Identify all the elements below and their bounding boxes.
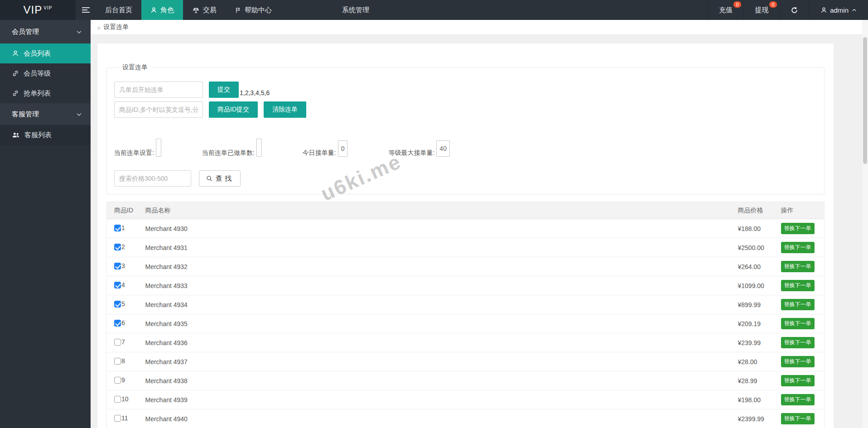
product-id: 5	[121, 300, 125, 308]
table-row: 10 Merchant 4939 ¥198.00 替换下一单	[107, 390, 825, 409]
nav-right: 充值 0 提现 0 admin	[708, 0, 868, 20]
nav-item-help-center[interactable]: 帮助中心	[226, 0, 281, 20]
table-row: 1 Merchant 4930 ¥188.00 替换下一单	[107, 219, 825, 238]
row-checkbox[interactable]: 6	[114, 319, 125, 327]
recharge-button[interactable]: 充值 0	[708, 0, 743, 20]
product-id-input[interactable]	[114, 101, 203, 118]
checkbox-icon	[114, 320, 121, 327]
user-menu[interactable]: admin	[809, 0, 868, 20]
product-id-row: 商品ID提交 清除连单	[114, 101, 817, 118]
price-search-input[interactable]	[114, 170, 191, 187]
row-checkbox[interactable]: 9	[114, 376, 125, 384]
replace-next-order-button[interactable]: 替换下一单	[781, 242, 815, 253]
clear-chain-button[interactable]: 清除连单	[264, 101, 306, 118]
product-id: 2	[121, 243, 125, 250]
checkbox-icon	[114, 225, 121, 231]
nav-item-system[interactable]: 系统管理	[333, 0, 378, 20]
replace-next-order-button[interactable]: 替换下一单	[781, 261, 815, 272]
stat-level-max-orders: 等级最大接单量: 40	[388, 140, 449, 157]
checkbox-icon	[114, 282, 121, 289]
sidebar-item-grab-order-list[interactable]: 抢单列表	[0, 83, 91, 103]
refresh-icon	[791, 6, 798, 14]
replace-next-order-button[interactable]: 替换下一单	[781, 337, 815, 348]
replace-next-order-button[interactable]: 替换下一单	[781, 318, 815, 329]
product-price: ¥239.99	[738, 333, 781, 352]
row-checkbox[interactable]: 8	[114, 357, 125, 365]
product-name: Merchant 4939	[145, 390, 738, 409]
nav-item-trade[interactable]: 交易	[183, 0, 226, 20]
replace-next-order-button[interactable]: 替换下一单	[781, 375, 815, 386]
table-row: 3 Merchant 4932 ¥264.00 替换下一单	[107, 257, 825, 276]
main-content: » 设置连单 设置连单 提交 1,2,3,4,5,6 商品ID提交 清除连单 当…	[91, 20, 868, 428]
row-checkbox[interactable]: 5	[114, 300, 125, 308]
header-action: 操作	[781, 202, 825, 219]
person-icon	[150, 7, 157, 14]
table-header-row: 商品ID 商品名称 商品价格 操作	[107, 202, 825, 219]
nav-menu: 后台首页 角色 交易 帮助中心 系统管理	[76, 0, 378, 20]
replace-next-order-button[interactable]: 替换下一单	[781, 394, 815, 405]
row-checkbox[interactable]: 2	[114, 243, 125, 250]
find-button[interactable]: 查找	[199, 170, 241, 187]
product-id-submit-button[interactable]: 商品ID提交	[209, 101, 258, 118]
nav-label: 帮助中心	[245, 6, 272, 14]
product-name: Merchant 4932	[145, 257, 738, 276]
nav-item-home[interactable]: 后台首页	[96, 0, 141, 20]
person-icon	[12, 50, 19, 57]
breadcrumb: » 设置连单	[91, 20, 868, 35]
checkbox-icon	[114, 396, 121, 403]
hamburger-icon[interactable]	[76, 0, 96, 20]
nav-item-role[interactable]: 角色	[141, 0, 183, 20]
table-row: 11 Merchant 4940 ¥2399.99 替换下一单	[107, 409, 825, 428]
row-checkbox[interactable]: 4	[114, 281, 125, 289]
checkbox-icon	[114, 263, 121, 269]
sidebar-group-support-mgmt[interactable]: 客服管理	[0, 103, 91, 125]
nav-label: 交易	[203, 6, 217, 14]
nav-label: 角色	[160, 6, 174, 14]
replace-next-order-button[interactable]: 替换下一单	[781, 356, 815, 367]
replace-next-order-button[interactable]: 替换下一单	[781, 299, 815, 310]
product-name: Merchant 4934	[145, 295, 738, 314]
row-checkbox[interactable]: 1	[114, 224, 125, 231]
checkbox-icon	[114, 244, 121, 250]
submit-button[interactable]: 提交	[209, 82, 239, 98]
product-name: Merchant 4931	[145, 238, 738, 257]
product-name: Merchant 4935	[145, 314, 738, 333]
replace-next-order-button[interactable]: 替换下一单	[781, 223, 815, 234]
stat-label: 今日接单量:	[303, 149, 336, 157]
product-price: ¥2500.00	[738, 238, 781, 257]
set-chain-order-panel: 设置连单 提交 1,2,3,4,5,6 商品ID提交 清除连单 当前连单设置: …	[106, 63, 825, 194]
product-id: 6	[121, 319, 125, 327]
table-row: 9 Merchant 4938 ¥28.99 替换下一单	[107, 371, 825, 390]
sidebar-item-member-list[interactable]: 会员列表	[0, 43, 91, 63]
chain-start-input[interactable]	[114, 82, 203, 98]
replace-next-order-button[interactable]: 替换下一单	[781, 413, 815, 424]
sidebar-group-member-mgmt[interactable]: 会员管理	[0, 20, 91, 43]
username: admin	[830, 6, 849, 14]
product-id: 1	[121, 224, 125, 231]
scrollbar-thumb[interactable]	[863, 37, 867, 164]
sidebar-item-support-list[interactable]: 客服列表	[0, 125, 91, 145]
replace-next-order-button[interactable]: 替换下一单	[781, 280, 815, 291]
chain-hint-text: 1,2,3,4,5,6	[240, 89, 270, 96]
chevron-down-icon	[76, 111, 82, 118]
product-name: Merchant 4933	[145, 276, 738, 295]
header-product-name: 商品名称	[145, 202, 738, 219]
stat-chain-done-count: 当前连单已做单数:	[202, 139, 262, 157]
product-id: 11	[121, 414, 128, 422]
breadcrumb-icon: »	[97, 24, 101, 31]
row-checkbox[interactable]: 3	[114, 262, 125, 269]
refresh-button[interactable]	[779, 0, 809, 20]
row-checkbox[interactable]: 10	[114, 395, 129, 403]
products-table: 商品ID 商品名称 商品价格 操作 1	[106, 202, 825, 428]
withdraw-button[interactable]: 提现 0	[743, 0, 779, 20]
row-checkbox[interactable]: 7	[114, 338, 125, 346]
stat-label: 等级最大接单量:	[388, 149, 434, 157]
stat-value-box: 40	[436, 140, 450, 157]
row-checkbox[interactable]: 11	[114, 414, 128, 422]
chevron-down-icon	[76, 29, 82, 35]
recharge-badge: 0	[733, 1, 741, 8]
vertical-scrollbar[interactable]	[862, 20, 868, 428]
sidebar-item-member-level[interactable]: 会员等级	[0, 63, 91, 83]
panel-legend: 设置连单	[119, 63, 151, 72]
product-price: ¥209.19	[738, 314, 781, 333]
